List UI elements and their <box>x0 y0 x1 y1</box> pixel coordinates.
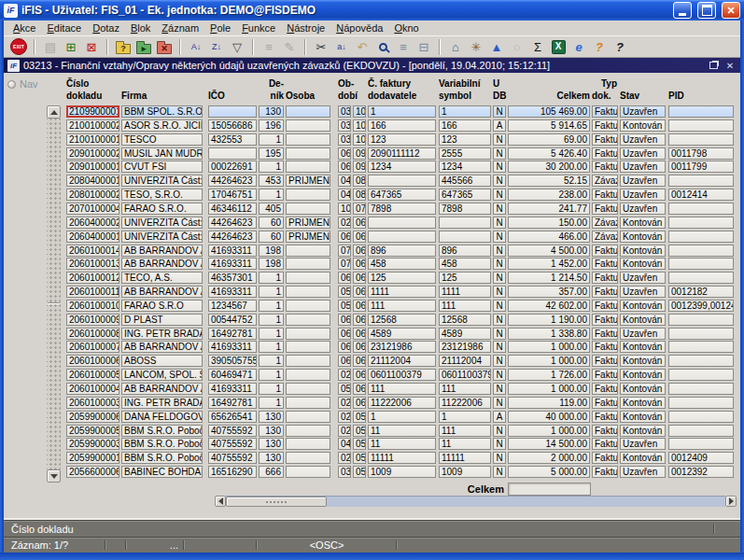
cell-firma[interactable]: AB BARRANDOV A.S. <box>121 245 203 257</box>
cell-varsym[interactable]: 111 <box>439 425 491 437</box>
cell-celkem[interactable]: 40 000.00 <box>508 411 590 423</box>
cell-udb[interactable]: N <box>493 383 506 395</box>
cell-firma[interactable]: TESCO <box>121 133 203 146</box>
menu-editace[interactable]: Editace <box>41 22 87 34</box>
cell-denik[interactable]: 1 <box>259 161 284 173</box>
cell-ico[interactable]: 40755592 <box>208 452 257 464</box>
cell-osoba[interactable] <box>286 438 330 450</box>
cell-obd2[interactable]: 06 <box>353 300 366 312</box>
cell-udb[interactable]: N <box>493 203 506 215</box>
cell-udb[interactable]: N <box>493 231 506 243</box>
cell-udb[interactable]: A <box>493 119 506 132</box>
cell-pid[interactable] <box>668 425 734 437</box>
cell-pid[interactable] <box>668 231 734 243</box>
about-button[interactable]: ? <box>590 37 609 56</box>
cell-udb[interactable]: N <box>493 328 506 340</box>
cell-obd1[interactable]: 10 <box>338 203 351 215</box>
cell-cislo[interactable]: 2060400002 <box>66 217 119 229</box>
cell-ico[interactable]: 60469471 <box>208 369 257 381</box>
cell-typ[interactable]: Faktura <box>592 189 618 201</box>
cell-firma[interactable]: ASOR S.R.O. JICIN <box>121 119 203 132</box>
cell-celkem[interactable]: 1 000.00 <box>508 341 590 353</box>
cell-firma[interactable]: BBM S.R.O. Pobočka Prah <box>121 438 203 450</box>
cell-typ[interactable]: Závazek <box>592 175 618 187</box>
cell-pid[interactable] <box>668 438 734 450</box>
cell-celkem[interactable]: 1 000.00 <box>508 425 590 437</box>
cell-stav[interactable]: Kontován <box>620 231 666 243</box>
scroll-left-button[interactable] <box>215 496 226 507</box>
cell-stav[interactable]: Uzavřen <box>620 189 666 201</box>
cell-obd2[interactable]: 06 <box>353 258 366 270</box>
cell-varsym[interactable]: 4589 <box>439 328 491 340</box>
cell-udb[interactable]: N <box>493 314 506 326</box>
exit-button[interactable]: EXIT <box>9 37 28 56</box>
cell-stav[interactable]: Kontován <box>620 355 666 367</box>
cancel-query-button[interactable]: ✕ <box>155 37 174 56</box>
cell-firma[interactable]: FARAO S.R.O. <box>121 203 203 215</box>
cell-pid[interactable] <box>668 245 734 257</box>
edit-document-button[interactable]: ✎ <box>280 37 299 56</box>
organization-button[interactable]: ⌂ <box>446 37 465 56</box>
undo-button[interactable]: ↶ <box>353 37 372 56</box>
cell-typ[interactable]: Faktura <box>592 133 618 146</box>
cell-cislo[interactable]: 2060100013 <box>66 258 119 270</box>
cell-stav[interactable]: Uzavřen <box>620 133 666 146</box>
cell-typ[interactable]: Závazek <box>592 231 618 243</box>
cell-pid[interactable]: 0012392 <box>668 466 734 478</box>
cell-obd1[interactable]: 04 <box>338 175 351 187</box>
cell-stav[interactable]: Uzavřen <box>620 466 666 478</box>
cell-stav[interactable]: Uzavřen <box>620 328 666 340</box>
cell-celkem[interactable]: 357.00 <box>508 286 590 298</box>
cell-denik[interactable]: 1 <box>259 314 284 326</box>
cell-firma[interactable]: ING. PETR BRADAC <box>121 328 203 340</box>
cell-celkem[interactable]: 2 000.00 <box>508 452 590 464</box>
cell-varsym[interactable]: 1009 <box>439 466 491 478</box>
cell-denik[interactable]: 1 <box>259 355 284 367</box>
cell-osoba[interactable]: PRIJMENI3547 <box>286 231 330 243</box>
cell-celkem[interactable]: 69.00 <box>508 133 590 146</box>
cell-firma[interactable]: BBM SPOL. S.R.O. <box>121 105 203 118</box>
cell-varsym[interactable]: 166 <box>439 119 491 132</box>
cell-udb[interactable]: N <box>493 466 506 478</box>
cell-stav[interactable]: Kontován <box>620 369 666 381</box>
cell-obd2[interactable]: 06 <box>353 397 366 409</box>
celkem-field[interactable] <box>508 483 591 496</box>
cell-ico[interactable]: 41693311 <box>208 286 257 298</box>
cell-denik[interactable]: 666 <box>259 466 284 478</box>
cell-stav[interactable]: Uzavřen <box>620 105 666 118</box>
cell-osoba[interactable] <box>286 272 330 284</box>
cell-obd1[interactable]: 06 <box>338 272 351 284</box>
cell-cfakt[interactable]: 1009 <box>368 466 436 478</box>
cell-obd2[interactable]: 05 <box>353 466 366 478</box>
cell-stav[interactable]: Kontován <box>620 314 666 326</box>
cell-pid[interactable]: 0012409 <box>668 452 734 464</box>
cell-udb[interactable]: N <box>493 425 506 437</box>
cell-osoba[interactable] <box>286 383 330 395</box>
cell-typ[interactable]: Závazek <box>592 217 618 229</box>
cell-obd1[interactable]: 02 <box>338 217 351 229</box>
cell-varsym[interactable]: 647365 <box>439 189 491 201</box>
outline-button[interactable]: ≡ <box>394 37 413 56</box>
cell-cislo[interactable]: 2060100004 <box>66 383 119 395</box>
cell-stav[interactable]: Kontován <box>620 425 666 437</box>
cell-cislo[interactable]: 2059900003 <box>66 438 119 450</box>
cell-pid[interactable] <box>668 314 734 326</box>
cell-cfakt[interactable]: 0601100379 <box>368 369 436 381</box>
cell-osoba[interactable] <box>286 328 330 340</box>
cell-pid[interactable] <box>668 217 734 229</box>
cell-ico[interactable]: 00022691 <box>208 161 257 173</box>
cell-denik[interactable]: 195 <box>259 147 284 160</box>
cell-obd2[interactable]: 06 <box>353 369 366 381</box>
cell-udb[interactable]: N <box>493 175 506 187</box>
cell-cislo[interactable]: 2060100005 <box>66 369 119 381</box>
help-button[interactable]: ? <box>611 37 629 56</box>
cell-cfakt[interactable] <box>368 231 436 243</box>
cell-typ[interactable]: Faktura <box>592 383 618 395</box>
cell-cislo[interactable]: 2060100006 <box>66 355 119 367</box>
menu-nastroje[interactable]: Nástroje <box>281 22 330 34</box>
insert-record-button[interactable]: ⊞ <box>62 37 80 56</box>
cell-osoba[interactable] <box>286 300 330 312</box>
cell-pid[interactable] <box>668 133 734 146</box>
cell-udb[interactable]: N <box>493 397 506 409</box>
cell-obd1[interactable]: 06 <box>338 314 351 326</box>
